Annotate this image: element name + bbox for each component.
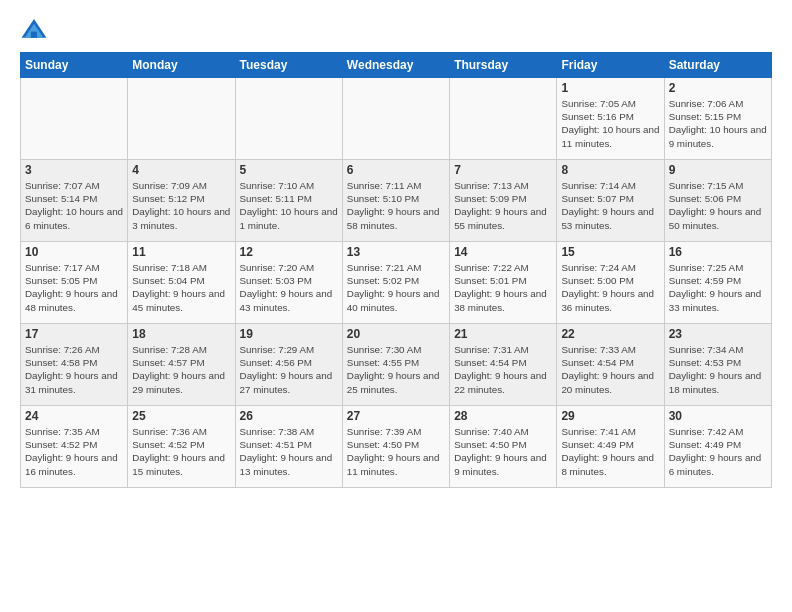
day-info: Sunrise: 7:11 AM Sunset: 5:10 PM Dayligh… [347,179,445,232]
day-number: 29 [561,409,659,423]
day-info: Sunrise: 7:10 AM Sunset: 5:11 PM Dayligh… [240,179,338,232]
day-cell: 9Sunrise: 7:15 AM Sunset: 5:06 PM Daylig… [664,160,771,242]
day-number: 22 [561,327,659,341]
day-cell: 20Sunrise: 7:30 AM Sunset: 4:55 PM Dayli… [342,324,449,406]
weekday-header-sunday: Sunday [21,53,128,78]
day-cell: 6Sunrise: 7:11 AM Sunset: 5:10 PM Daylig… [342,160,449,242]
page: SundayMondayTuesdayWednesdayThursdayFrid… [0,0,792,498]
day-number: 14 [454,245,552,259]
day-info: Sunrise: 7:14 AM Sunset: 5:07 PM Dayligh… [561,179,659,232]
day-number: 27 [347,409,445,423]
day-cell: 16Sunrise: 7:25 AM Sunset: 4:59 PM Dayli… [664,242,771,324]
day-info: Sunrise: 7:26 AM Sunset: 4:58 PM Dayligh… [25,343,123,396]
day-info: Sunrise: 7:24 AM Sunset: 5:00 PM Dayligh… [561,261,659,314]
day-number: 1 [561,81,659,95]
day-cell: 15Sunrise: 7:24 AM Sunset: 5:00 PM Dayli… [557,242,664,324]
day-number: 16 [669,245,767,259]
weekday-header-tuesday: Tuesday [235,53,342,78]
day-info: Sunrise: 7:22 AM Sunset: 5:01 PM Dayligh… [454,261,552,314]
day-cell: 24Sunrise: 7:35 AM Sunset: 4:52 PM Dayli… [21,406,128,488]
day-cell: 1Sunrise: 7:05 AM Sunset: 5:16 PM Daylig… [557,78,664,160]
header [20,16,772,44]
day-info: Sunrise: 7:09 AM Sunset: 5:12 PM Dayligh… [132,179,230,232]
week-row-4: 24Sunrise: 7:35 AM Sunset: 4:52 PM Dayli… [21,406,772,488]
day-cell: 28Sunrise: 7:40 AM Sunset: 4:50 PM Dayli… [450,406,557,488]
day-number: 10 [25,245,123,259]
weekday-header-friday: Friday [557,53,664,78]
calendar-header: SundayMondayTuesdayWednesdayThursdayFrid… [21,53,772,78]
day-cell: 26Sunrise: 7:38 AM Sunset: 4:51 PM Dayli… [235,406,342,488]
week-row-0: 1Sunrise: 7:05 AM Sunset: 5:16 PM Daylig… [21,78,772,160]
day-number: 13 [347,245,445,259]
day-cell: 19Sunrise: 7:29 AM Sunset: 4:56 PM Dayli… [235,324,342,406]
calendar-table: SundayMondayTuesdayWednesdayThursdayFrid… [20,52,772,488]
day-cell: 10Sunrise: 7:17 AM Sunset: 5:05 PM Dayli… [21,242,128,324]
day-cell: 30Sunrise: 7:42 AM Sunset: 4:49 PM Dayli… [664,406,771,488]
day-cell [450,78,557,160]
day-cell: 3Sunrise: 7:07 AM Sunset: 5:14 PM Daylig… [21,160,128,242]
day-cell: 11Sunrise: 7:18 AM Sunset: 5:04 PM Dayli… [128,242,235,324]
logo [20,16,52,44]
day-cell: 22Sunrise: 7:33 AM Sunset: 4:54 PM Dayli… [557,324,664,406]
weekday-header-saturday: Saturday [664,53,771,78]
day-info: Sunrise: 7:29 AM Sunset: 4:56 PM Dayligh… [240,343,338,396]
day-info: Sunrise: 7:33 AM Sunset: 4:54 PM Dayligh… [561,343,659,396]
week-row-2: 10Sunrise: 7:17 AM Sunset: 5:05 PM Dayli… [21,242,772,324]
day-number: 12 [240,245,338,259]
day-cell: 8Sunrise: 7:14 AM Sunset: 5:07 PM Daylig… [557,160,664,242]
day-number: 15 [561,245,659,259]
day-cell: 4Sunrise: 7:09 AM Sunset: 5:12 PM Daylig… [128,160,235,242]
day-number: 6 [347,163,445,177]
day-number: 28 [454,409,552,423]
logo-icon [20,16,48,44]
day-number: 23 [669,327,767,341]
day-cell: 27Sunrise: 7:39 AM Sunset: 4:50 PM Dayli… [342,406,449,488]
day-number: 8 [561,163,659,177]
day-number: 18 [132,327,230,341]
day-number: 24 [25,409,123,423]
day-cell: 29Sunrise: 7:41 AM Sunset: 4:49 PM Dayli… [557,406,664,488]
svg-rect-2 [31,32,37,38]
day-info: Sunrise: 7:30 AM Sunset: 4:55 PM Dayligh… [347,343,445,396]
day-cell: 12Sunrise: 7:20 AM Sunset: 5:03 PM Dayli… [235,242,342,324]
day-cell: 23Sunrise: 7:34 AM Sunset: 4:53 PM Dayli… [664,324,771,406]
day-number: 5 [240,163,338,177]
day-info: Sunrise: 7:18 AM Sunset: 5:04 PM Dayligh… [132,261,230,314]
day-cell: 2Sunrise: 7:06 AM Sunset: 5:15 PM Daylig… [664,78,771,160]
day-number: 25 [132,409,230,423]
day-info: Sunrise: 7:40 AM Sunset: 4:50 PM Dayligh… [454,425,552,478]
day-info: Sunrise: 7:41 AM Sunset: 4:49 PM Dayligh… [561,425,659,478]
weekday-header-monday: Monday [128,53,235,78]
day-info: Sunrise: 7:21 AM Sunset: 5:02 PM Dayligh… [347,261,445,314]
calendar-body: 1Sunrise: 7:05 AM Sunset: 5:16 PM Daylig… [21,78,772,488]
day-info: Sunrise: 7:34 AM Sunset: 4:53 PM Dayligh… [669,343,767,396]
day-cell [21,78,128,160]
day-info: Sunrise: 7:17 AM Sunset: 5:05 PM Dayligh… [25,261,123,314]
day-info: Sunrise: 7:36 AM Sunset: 4:52 PM Dayligh… [132,425,230,478]
weekday-header-row: SundayMondayTuesdayWednesdayThursdayFrid… [21,53,772,78]
weekday-header-thursday: Thursday [450,53,557,78]
week-row-3: 17Sunrise: 7:26 AM Sunset: 4:58 PM Dayli… [21,324,772,406]
day-cell: 7Sunrise: 7:13 AM Sunset: 5:09 PM Daylig… [450,160,557,242]
day-number: 4 [132,163,230,177]
day-number: 3 [25,163,123,177]
day-number: 9 [669,163,767,177]
day-info: Sunrise: 7:13 AM Sunset: 5:09 PM Dayligh… [454,179,552,232]
day-info: Sunrise: 7:42 AM Sunset: 4:49 PM Dayligh… [669,425,767,478]
day-info: Sunrise: 7:28 AM Sunset: 4:57 PM Dayligh… [132,343,230,396]
day-cell: 18Sunrise: 7:28 AM Sunset: 4:57 PM Dayli… [128,324,235,406]
week-row-1: 3Sunrise: 7:07 AM Sunset: 5:14 PM Daylig… [21,160,772,242]
day-info: Sunrise: 7:35 AM Sunset: 4:52 PM Dayligh… [25,425,123,478]
day-info: Sunrise: 7:38 AM Sunset: 4:51 PM Dayligh… [240,425,338,478]
day-number: 20 [347,327,445,341]
day-number: 7 [454,163,552,177]
day-number: 21 [454,327,552,341]
day-info: Sunrise: 7:31 AM Sunset: 4:54 PM Dayligh… [454,343,552,396]
day-number: 26 [240,409,338,423]
weekday-header-wednesday: Wednesday [342,53,449,78]
day-info: Sunrise: 7:25 AM Sunset: 4:59 PM Dayligh… [669,261,767,314]
day-number: 11 [132,245,230,259]
day-cell [128,78,235,160]
day-cell: 17Sunrise: 7:26 AM Sunset: 4:58 PM Dayli… [21,324,128,406]
day-info: Sunrise: 7:15 AM Sunset: 5:06 PM Dayligh… [669,179,767,232]
